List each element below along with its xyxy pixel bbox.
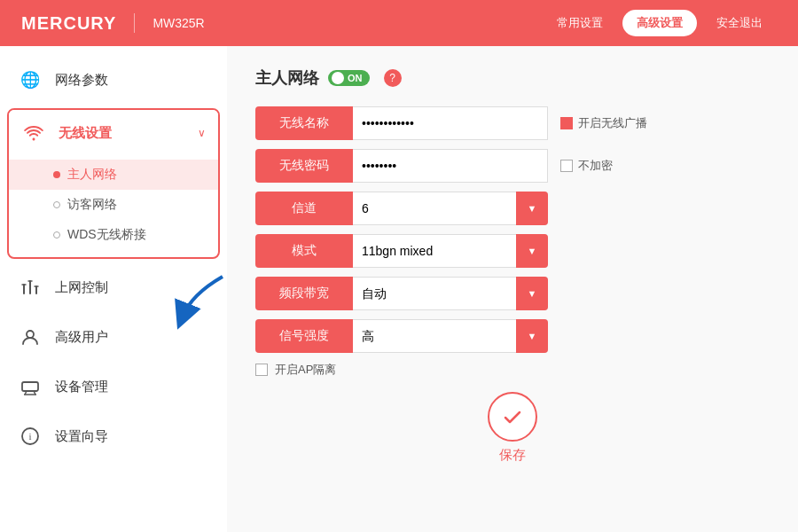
ssid-side-label: 开启无线广播 — [560, 115, 647, 131]
password-input[interactable] — [353, 149, 548, 183]
signal-label: 信号强度 — [255, 319, 353, 353]
ssid-input[interactable] — [353, 106, 548, 140]
toggle-switch[interactable]: ON — [328, 70, 370, 86]
wireless-section: 无线设置 ∨ 主人网络 访客网络 WDS无线桥接 — [7, 108, 220, 259]
page-title: 主人网络 — [255, 67, 319, 89]
inactive-dot2 — [53, 231, 60, 239]
password-label: 无线密码 — [255, 149, 353, 183]
info-icon: i — [18, 424, 43, 449]
sidebar-item-home-network[interactable]: 主人网络 — [9, 160, 218, 190]
model-text: MW325R — [153, 16, 204, 30]
wireless-settings-header[interactable]: 无线设置 ∨ — [9, 110, 218, 156]
sidebar-item-wds[interactable]: WDS无线桥接 — [9, 220, 218, 250]
device-icon — [18, 374, 43, 399]
logo-area: MERCURY MW325R — [21, 13, 205, 34]
svg-rect-7 — [22, 382, 38, 391]
signal-row: 信号强度 高 中 低 — [255, 319, 770, 353]
setup-wizard-label: 设置向导 — [55, 428, 209, 445]
bandwidth-label: 频段带宽 — [255, 277, 353, 310]
save-section: 保存 — [255, 392, 770, 464]
save-button[interactable] — [488, 392, 537, 442]
user-icon — [18, 325, 43, 349]
internet-control-icon — [18, 275, 43, 300]
advanced-settings-button[interactable]: 高级设置 — [622, 10, 697, 36]
channel-select-wrapper: 6 1 2 3 4 5 7 8 9 10 11 自动 — [353, 192, 548, 225]
channel-row: 信道 6 1 2 3 4 5 7 8 9 10 11 自动 — [255, 192, 770, 225]
bandwidth-row: 频段带宽 自动 20MHz 40MHz — [255, 277, 770, 310]
network-icon: 🌐 — [18, 67, 43, 92]
sidebar-item-guest-network[interactable]: 访客网络 — [9, 190, 218, 220]
password-side-label: 不加密 — [560, 158, 613, 174]
toggle-circle — [332, 72, 344, 84]
ssid-label: 无线名称 — [255, 106, 353, 140]
main-layout: 🌐 网络参数 无线设置 ∨ — [0, 46, 798, 532]
bandwidth-select-wrapper: 自动 20MHz 40MHz — [353, 277, 548, 310]
bandwidth-select[interactable]: 自动 20MHz 40MHz — [353, 277, 548, 310]
sidebar-item-network-params[interactable]: 🌐 网络参数 — [0, 55, 227, 105]
sidebar-item-setup-wizard[interactable]: i 设置向导 — [0, 411, 227, 461]
guest-network-label: 访客网络 — [67, 197, 117, 213]
logo-text: MERCURY — [21, 13, 116, 34]
home-network-label: 主人网络 — [67, 167, 117, 183]
noencrypt-label: 不加密 — [578, 158, 613, 174]
toggle-label: ON — [348, 73, 363, 83]
mode-select-wrapper: 11bgn mixed 11b only 11g only 11n only — [353, 234, 548, 268]
ssid-row: 无线名称 开启无线广播 — [255, 106, 770, 140]
normal-settings-button[interactable]: 常用设置 — [543, 10, 617, 36]
broadcast-checkbox[interactable] — [560, 117, 573, 129]
sidebar-item-device-management[interactable]: 设备管理 — [0, 362, 227, 411]
wifi-icon — [21, 121, 46, 145]
broadcast-label: 开启无线广播 — [578, 115, 647, 131]
mode-row: 模式 11bgn mixed 11b only 11g only 11n onl… — [255, 234, 770, 268]
svg-point-6 — [27, 331, 34, 338]
content-area: 主人网络 ON ? 无线名称 开启无线广播 无线密码 不加密 — [227, 46, 798, 532]
inactive-dot — [53, 201, 60, 208]
channel-label: 信道 — [255, 192, 353, 225]
signal-select[interactable]: 高 中 低 — [353, 319, 548, 353]
wireless-settings-label: 无线设置 — [59, 125, 185, 142]
mode-label: 模式 — [255, 234, 353, 268]
active-dot — [53, 171, 60, 178]
wireless-submenu: 主人网络 访客网络 WDS无线桥接 — [9, 156, 218, 257]
ap-isolation-checkbox[interactable] — [255, 364, 268, 376]
save-label: 保存 — [499, 447, 526, 464]
header: MERCURY MW325R 常用设置 高级设置 安全退出 — [0, 0, 798, 46]
section-title-row: 主人网络 ON ? — [255, 67, 770, 89]
mode-select[interactable]: 11bgn mixed 11b only 11g only 11n only — [353, 234, 548, 268]
ap-isolation-row: 开启AP隔离 — [255, 362, 770, 378]
network-params-label: 网络参数 — [55, 72, 209, 89]
help-icon[interactable]: ? — [384, 69, 402, 87]
logout-button[interactable]: 安全退出 — [702, 10, 777, 36]
device-management-label: 设备管理 — [55, 379, 209, 395]
header-nav: 常用设置 高级设置 安全退出 — [543, 10, 777, 36]
logo-divider — [134, 13, 135, 33]
wireless-arrow-icon: ∨ — [198, 127, 206, 139]
wds-label: WDS无线桥接 — [67, 227, 146, 243]
noencrypt-checkbox[interactable] — [560, 160, 573, 172]
ap-isolation-label: 开启AP隔离 — [275, 362, 336, 378]
svg-text:i: i — [28, 431, 31, 442]
signal-select-wrapper: 高 中 低 — [353, 319, 548, 353]
password-row: 无线密码 不加密 — [255, 149, 770, 183]
channel-select[interactable]: 6 1 2 3 4 5 7 8 9 10 11 自动 — [353, 192, 548, 225]
blue-arrow-annotation — [174, 268, 236, 333]
